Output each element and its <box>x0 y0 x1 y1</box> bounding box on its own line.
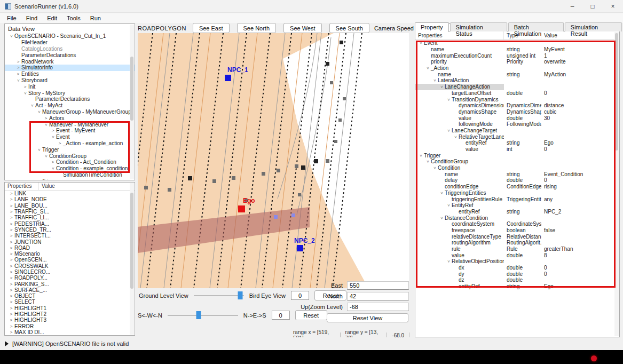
layer-list-item[interactable]: >ERROR <box>5 323 135 329</box>
chevron-collapsed-icon[interactable]: > <box>8 215 14 220</box>
chevron-collapsed-icon[interactable]: > <box>8 246 14 250</box>
layer-list-item[interactable]: >ROADPOLY... <box>5 275 135 281</box>
tree-item[interactable]: >ManeuverGroup - MyManeuverGroup <box>5 109 135 115</box>
property-row[interactable]: dydouble0 <box>415 271 619 277</box>
chevron-expanded-icon[interactable]: > <box>446 96 451 102</box>
chevron-collapsed-icon[interactable]: > <box>57 141 63 146</box>
property-row[interactable]: ruleRulegreaterThan <box>415 246 619 252</box>
property-row[interactable]: valuedouble8 <box>415 252 619 258</box>
chevron-expanded-icon[interactable]: > <box>51 134 56 140</box>
chevron-collapsed-icon[interactable]: > <box>43 116 49 121</box>
property-row[interactable]: triggeringEntitiesRuleTriggeringEntiti..… <box>415 196 619 202</box>
property-scrollbar[interactable] <box>614 32 619 336</box>
chevron-collapsed-icon[interactable]: > <box>8 275 14 280</box>
property-row[interactable]: >Condition <box>415 165 619 171</box>
tree-item[interactable]: >Event <box>5 134 135 140</box>
chevron-expanded-icon[interactable]: > <box>453 133 458 140</box>
chevron-collapsed-icon[interactable]: > <box>8 191 14 196</box>
menu-item-tools[interactable]: Tools <box>62 14 85 22</box>
view-button-see-north[interactable]: See North <box>237 23 277 33</box>
chevron-expanded-icon[interactable]: > <box>37 146 42 153</box>
chevron-collapsed-icon[interactable]: > <box>50 128 56 133</box>
property-row[interactable]: >Event <box>415 40 619 46</box>
tree-item[interactable]: >Event - MyEvent <box>5 128 135 134</box>
layer-list-item[interactable]: >LANE_NODE <box>5 196 135 202</box>
chevron-expanded-icon[interactable]: > <box>446 258 451 265</box>
property-row[interactable]: namestringEvent_Condition <box>415 171 619 177</box>
tree-item[interactable]: >RoadNetwork <box>5 58 135 65</box>
chevron-collapsed-icon[interactable]: > <box>15 59 21 64</box>
minimize-button[interactable]: – <box>562 0 582 12</box>
property-row[interactable]: maximumExecutionCountunsigned int1 <box>415 52 619 59</box>
reset-view-button[interactable]: Reset View <box>327 313 408 322</box>
chevron-collapsed-icon[interactable]: > <box>8 270 14 274</box>
bird-eye-input[interactable] <box>291 291 309 300</box>
layer-list-item[interactable]: >SINGLECRO... <box>5 269 135 275</box>
property-row[interactable]: coordinateSystemCoordinateSyst... <box>415 221 619 227</box>
property-row[interactable]: dzdouble <box>415 277 619 283</box>
slider-thumb[interactable] <box>196 311 201 319</box>
layer-list-item[interactable]: >OpenSCEN... <box>5 257 135 263</box>
tree-item[interactable]: >Act - MyAct <box>5 102 135 109</box>
tree-item[interactable]: Trigger <box>5 178 135 180</box>
slider-thumb[interactable] <box>238 291 243 299</box>
map-canvas[interactable]: NPC_1EgoNPC_2 <box>138 33 409 288</box>
view-button-see-west[interactable]: See West <box>283 23 322 33</box>
property-row[interactable]: >LaneChangeTarget <box>415 128 619 134</box>
tab-batch-simulation[interactable]: Batch Simulation <box>508 22 564 31</box>
chevron-expanded-icon[interactable]: > <box>439 84 444 90</box>
chevron-expanded-icon[interactable]: > <box>44 153 49 159</box>
chevron-expanded-icon[interactable]: > <box>419 152 423 159</box>
property-row[interactable]: conditionEdgeConditionEdgerising <box>415 184 619 190</box>
layer-list-item[interactable]: >OBJECT <box>5 293 135 299</box>
view-button-see-south[interactable]: See South <box>329 23 369 33</box>
entity-marker-ego[interactable] <box>238 205 245 212</box>
property-row[interactable]: relativeDistanceTypeRelativeDistanc... <box>415 233 619 240</box>
layer-list-item[interactable]: >SURFACE_... <box>5 287 135 293</box>
tree-item[interactable]: >_Action - example_action <box>5 140 135 147</box>
tab-property[interactable]: Property <box>415 22 449 32</box>
layer-list-item[interactable]: >HIGHLIGHT1 <box>5 305 135 311</box>
tree-item[interactable]: >Trigger <box>5 146 135 153</box>
layer-list-item[interactable]: >TRAFFIC_LI... <box>5 215 135 220</box>
tab-simulation-result[interactable]: Simulation Result <box>565 22 622 31</box>
chevron-collapsed-icon[interactable]: > <box>22 84 28 89</box>
chevron-collapsed-icon[interactable]: > <box>8 318 14 322</box>
chevron-collapsed-icon[interactable]: > <box>8 330 14 335</box>
chevron-collapsed-icon[interactable]: > <box>8 312 14 316</box>
chevron-collapsed-icon[interactable]: > <box>8 324 14 329</box>
tree-item[interactable]: >Init <box>5 83 135 90</box>
chevron-expanded-icon[interactable]: > <box>439 215 444 221</box>
chevron-collapsed-icon[interactable]: > <box>8 288 14 292</box>
scrollbar-thumb[interactable] <box>615 33 618 151</box>
chevron-collapsed-icon[interactable]: > <box>8 299 14 304</box>
chevron-collapsed-icon[interactable]: > <box>15 65 21 70</box>
layer-list-item[interactable]: >MAX ID DI... <box>5 329 135 335</box>
chevron-expanded-icon[interactable]: > <box>16 77 21 84</box>
property-row[interactable]: >ConditionGroup <box>415 159 619 165</box>
north-input[interactable] <box>347 292 409 300</box>
property-row[interactable]: namestringMyAction <box>415 71 619 77</box>
chevron-collapsed-icon[interactable]: > <box>8 221 14 226</box>
layer-list-item[interactable]: >MScenario <box>5 251 135 257</box>
tree-item[interactable]: >OpenSCENARIO - Scenario_Cut_In_1 <box>5 33 135 39</box>
tree-item[interactable]: FileHeader <box>5 39 135 46</box>
property-row[interactable]: >_Action <box>415 65 619 72</box>
property-row[interactable]: >TransitionDynamics <box>415 96 619 102</box>
menu-item-find[interactable]: Find <box>21 14 42 22</box>
layer-list-item[interactable]: >HIGHLIGHT3 <box>5 317 135 323</box>
chevron-collapsed-icon[interactable]: > <box>8 264 14 268</box>
tree-item[interactable]: CatalogLocations <box>5 46 135 52</box>
property-row[interactable]: entityRefstringEgo <box>415 283 619 290</box>
property-row[interactable]: dynamicsShapeDynamicsShapecubic <box>415 109 619 115</box>
chevron-expanded-icon[interactable]: > <box>419 40 423 46</box>
chevron-expanded-icon[interactable]: > <box>37 109 42 115</box>
layer-list-item[interactable]: >ROAD <box>5 245 135 251</box>
tree-item[interactable]: SimulationTimeCondition <box>5 172 135 178</box>
chevron-expanded-icon[interactable]: > <box>30 102 35 109</box>
property-row[interactable]: >RelativeTargetLane <box>415 133 619 140</box>
property-row[interactable]: >Trigger <box>415 152 619 159</box>
property-row[interactable]: routingAlgorithmRoutingAlgorit... <box>415 240 619 246</box>
layer-list-item[interactable]: >CROSSWALK <box>5 263 135 269</box>
chevron-expanded-icon[interactable]: > <box>425 159 430 165</box>
